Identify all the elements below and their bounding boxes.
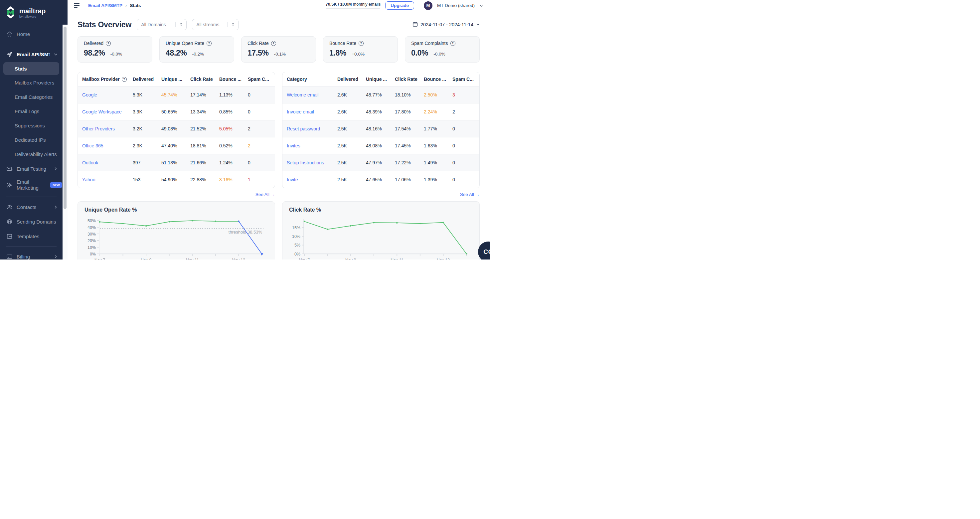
see-all-providers-link[interactable]: See All → <box>256 192 275 197</box>
row-link[interactable]: Invoice email <box>282 109 333 115</box>
help-icon[interactable]: ? <box>106 41 111 46</box>
column-header-label: Unique ... <box>161 76 182 82</box>
svg-text:50%: 50% <box>88 218 96 223</box>
sidebar-item-email-logs[interactable]: Email Logs <box>0 104 62 118</box>
sidebar-item-email-marketing[interactable]: Email Marketingnew <box>0 176 62 194</box>
stat-card-unique-open-rate: Unique Open Rate?48.2%-0.2% <box>159 36 234 62</box>
table-row: Invite2.5K47.65%17.06%1.39%0 <box>282 171 479 188</box>
row-link[interactable]: Welcome email <box>282 92 333 97</box>
row-cell: 17.80% <box>391 109 420 115</box>
table-row: Google Workspace3.9K50.65%13.34%0.85%0 <box>78 103 275 120</box>
row-cell: 0 <box>448 177 479 182</box>
table-row: Office 3652.3K47.40%18.81%0.52%2 <box>78 137 275 154</box>
svg-text:Nov 11: Nov 11 <box>391 258 404 260</box>
column-header-label: Spam C... <box>248 76 269 82</box>
sidebar-item-label: Suppressions <box>14 123 58 129</box>
unique-open-rate-chart-card: Unique Open Rate % 0%10%20%30%40%50%Nov … <box>78 201 275 260</box>
date-range-picker[interactable]: 2024-11-07 - 2024-11-14 <box>412 22 480 28</box>
row-cell: 2.24% <box>420 109 448 115</box>
envelope-check-icon <box>6 166 13 172</box>
stat-card-delta: -0.2% <box>192 52 204 57</box>
sidebar-item-label: Stats <box>14 66 54 72</box>
row-link[interactable]: Yahoo <box>78 177 129 182</box>
row-link[interactable]: Outlook <box>78 160 129 166</box>
stat-card-value: 1.8% <box>329 49 346 57</box>
row-link[interactable]: Other Providers <box>78 126 129 131</box>
hamburger-menu-icon[interactable] <box>74 3 80 8</box>
calendar-icon <box>412 22 418 28</box>
row-cell: 1.39% <box>420 177 448 182</box>
row-cell: 48.08% <box>361 143 391 148</box>
row-link[interactable]: Setup Instructions <box>282 160 333 166</box>
mailtrap-logo[interactable]: mailtrap by railsware <box>0 0 68 22</box>
sidebar-divider <box>6 246 57 247</box>
sidebar-item-dedicated-ips[interactable]: Dedicated IPs <box>0 133 62 147</box>
column-header-label: Spam C... <box>452 76 474 82</box>
row-link[interactable]: Invite <box>282 177 333 182</box>
stat-card-bounce-rate: Bounce Rate?1.8%+0.0% <box>323 36 398 62</box>
upgrade-button[interactable]: Upgrade <box>385 1 414 10</box>
stat-card-spam-complaints: Spam Complaints?0.0%-0.0% <box>405 36 480 62</box>
sidebar-item-stats[interactable]: Stats <box>3 62 59 75</box>
help-icon[interactable]: ? <box>359 41 364 46</box>
date-range-value: 2024-11-07 - 2024-11-14 <box>420 22 473 27</box>
sidebar-item-suppressions[interactable]: Suppressions <box>0 118 62 133</box>
svg-text:Nov 7: Nov 7 <box>94 258 105 260</box>
row-cell: 48.39% <box>361 109 391 115</box>
help-icon[interactable]: ? <box>271 41 276 46</box>
row-link[interactable]: Google <box>78 92 129 97</box>
row-link[interactable]: Invites <box>282 143 333 148</box>
row-cell: 2 <box>243 126 275 131</box>
row-cell: 17.22% <box>391 160 420 166</box>
chevron-right-icon <box>54 255 58 259</box>
help-icon[interactable]: ? <box>450 41 455 46</box>
home-icon <box>6 30 13 37</box>
sidebar-item-billing[interactable]: Billing <box>0 249 62 260</box>
see-all-categories-link[interactable]: See All → <box>460 192 480 197</box>
sidebar-item-deliverability-alerts[interactable]: Deliverability Alerts <box>0 147 62 161</box>
sidebar-item-contacts[interactable]: Contacts <box>0 200 62 214</box>
account-avatar[interactable]: M <box>424 1 433 10</box>
row-cell: 3.9K <box>129 109 157 115</box>
sidebar-item-label: Email Logs <box>14 108 58 114</box>
users-icon <box>6 204 13 210</box>
row-link[interactable]: Office 365 <box>78 143 129 148</box>
sidebar-divider <box>6 44 57 44</box>
usage-meter: 70.5K / 10.0M monthly emails <box>326 2 380 9</box>
sidebar-item-email-api-smtp[interactable]: Email API/SMTP <box>0 47 62 62</box>
row-link[interactable]: Google Workspace <box>78 109 129 115</box>
breadcrumb-section-link[interactable]: Email API/SMTP <box>88 3 123 8</box>
streams-filter-select[interactable]: All streams <box>192 19 239 30</box>
row-link[interactable]: Reset password <box>282 126 333 131</box>
sidebar-scrollbar-thumb[interactable] <box>64 27 67 209</box>
row-cell: 45.74% <box>157 92 186 97</box>
domains-filter-value: All Domains <box>141 22 172 27</box>
row-cell: 0.85% <box>215 109 243 115</box>
sidebar-item-sending-domains[interactable]: Sending Domains <box>0 214 62 229</box>
sidebar-item-email-categories[interactable]: Email Categories <box>0 90 62 104</box>
sidebar-item-home[interactable]: Home <box>0 27 62 41</box>
row-cell: 0 <box>243 160 275 166</box>
stat-card-label: Delivered <box>84 41 103 46</box>
domains-filter-select[interactable]: All Domains <box>137 19 187 30</box>
sidebar-scrollbar[interactable] <box>62 25 68 260</box>
row-cell: 3.16% <box>215 177 243 182</box>
stat-card-label: Unique Open Rate <box>165 41 204 46</box>
row-cell: 54.90% <box>157 177 186 182</box>
mailtrap-logo-icon <box>5 6 16 20</box>
sidebar-item-email-testing[interactable]: Email Testing <box>0 161 62 176</box>
account-name[interactable]: MT Demo (shared) <box>437 3 475 8</box>
column-header-category: Category <box>282 76 333 82</box>
help-icon[interactable]: ? <box>122 77 127 82</box>
account-chevron-down-icon[interactable] <box>479 4 484 8</box>
svg-text:Nov 9: Nov 9 <box>141 258 152 260</box>
mailbox-provider-table: Mailbox Provider?DeliveredUnique ...Clic… <box>78 72 275 188</box>
row-cell: 153 <box>129 177 157 182</box>
credit-card-icon <box>6 253 13 260</box>
sidebar-item-label: Sending Domains <box>17 219 58 224</box>
sidebar-item-templates[interactable]: Templates <box>0 229 62 244</box>
sidebar-item-mailbox-providers[interactable]: Mailbox Providers <box>0 75 62 90</box>
help-icon[interactable]: ? <box>207 41 212 46</box>
row-cell: 17.14% <box>186 92 215 97</box>
row-cell: 1.77% <box>420 126 448 131</box>
